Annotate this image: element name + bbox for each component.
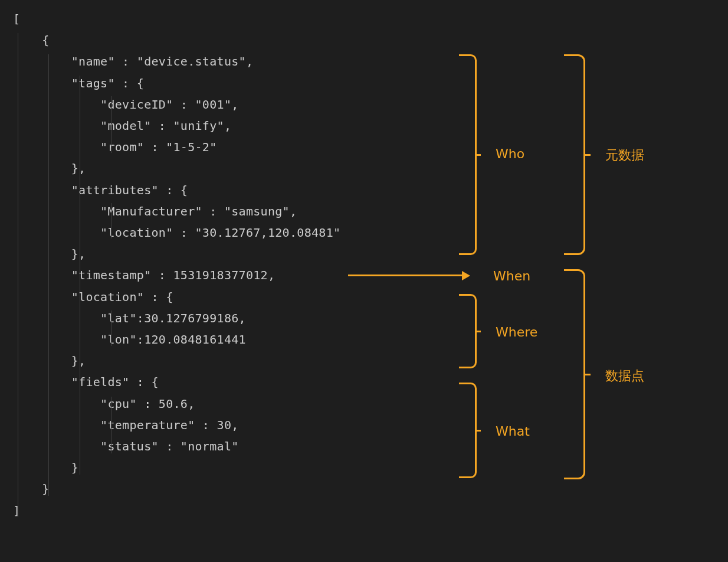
code-line: "fields" : {	[13, 375, 159, 389]
code-line: }	[13, 460, 78, 475]
code-line: }	[13, 482, 50, 496]
code-line: "deviceID" : "001",	[13, 97, 239, 112]
code-line: "name" : "device.status",	[13, 54, 253, 68]
code-line: "attributes" : {	[13, 183, 188, 197]
indent-guide	[111, 311, 112, 346]
code-line: },	[13, 161, 86, 175]
code-line: "status" : "normal"	[13, 439, 239, 453]
indent-guide	[111, 203, 112, 238]
indent-guide	[111, 397, 112, 453]
indent-guide	[18, 33, 18, 517]
code-line: },	[13, 354, 86, 368]
code-block[interactable]: [ { "name" : "device.status", "tags" : {…	[13, 8, 728, 521]
indent-guide	[111, 96, 112, 153]
code-line: "location" : "30.12767,120.08481"	[13, 226, 340, 240]
code-line: "temperature" : 30,	[13, 418, 239, 432]
code-line: "room" : "1-5-2"	[13, 140, 217, 154]
code-line: "Manufacturer" : "samsung",	[13, 204, 297, 218]
code-line: "location" : {	[13, 290, 173, 304]
indent-guide	[48, 54, 49, 496]
code-line: "cpu" : 50.6,	[13, 397, 195, 411]
code-line: ]	[13, 504, 20, 518]
code-line: {	[13, 33, 50, 47]
code-line: "model" : "unify",	[13, 119, 231, 133]
code-line: "timestamp" : 1531918377012,	[13, 268, 275, 282]
indent-guide	[80, 76, 80, 475]
code-line: },	[13, 247, 86, 261]
code-editor: [ { "name" : "device.status", "tags" : {…	[0, 0, 728, 562]
code-line: "tags" : {	[13, 76, 144, 90]
code-line: [	[13, 12, 20, 26]
